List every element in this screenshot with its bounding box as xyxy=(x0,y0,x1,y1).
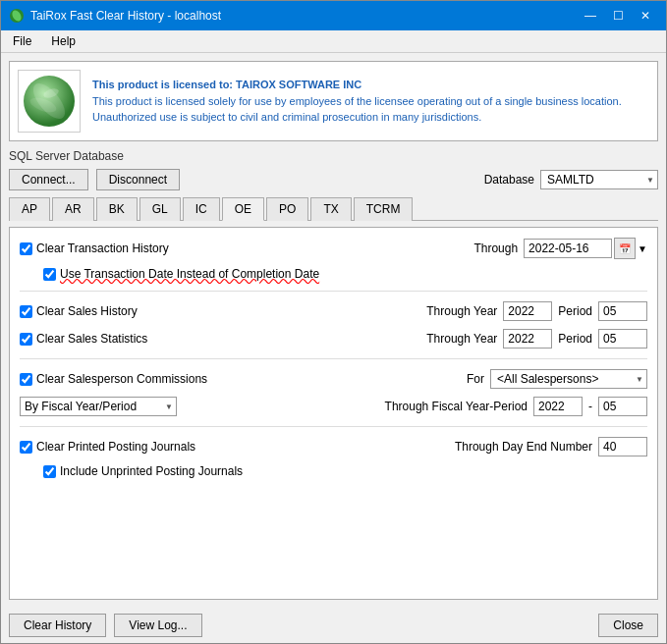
app-icon xyxy=(9,8,25,24)
sales-history-year-group: Through Year Period xyxy=(426,301,647,321)
license-line2: This product is licensed solely for use … xyxy=(92,93,649,126)
sales-stats-year-input[interactable] xyxy=(503,329,552,349)
separator-2 xyxy=(20,358,647,359)
transaction-date-input[interactable] xyxy=(524,239,612,258)
through-label: Through xyxy=(473,242,518,255)
clear-sales-history-row: Clear Sales History Through Year Period xyxy=(20,301,647,321)
title-bar-controls: — ☐ ✕ xyxy=(578,6,658,26)
content-area: This product is licensed to: TAIROX SOFT… xyxy=(1,53,666,608)
include-unprinted-label: Include Unprinted Posting Journals xyxy=(60,464,243,478)
menu-help[interactable]: Help xyxy=(43,32,83,50)
fiscal-period-input[interactable] xyxy=(598,397,647,416)
date-input-wrapper: 📅 ▼ xyxy=(524,238,647,259)
fiscal-year-input[interactable] xyxy=(533,397,583,416)
fiscal-through-group: Through Fiscal Year-Period - xyxy=(385,397,647,416)
clear-commissions-checkbox[interactable] xyxy=(20,373,32,386)
tab-oe[interactable]: OE xyxy=(222,197,264,221)
tab-gl[interactable]: GL xyxy=(139,197,181,221)
database-select-wrapper: SAMLTD xyxy=(540,170,658,189)
clear-history-button[interactable]: Clear History xyxy=(9,614,106,637)
sales-history-period-input[interactable] xyxy=(598,301,647,321)
through-day-end-label: Through Day End Number xyxy=(455,440,592,454)
cal-dropdown-arrow[interactable]: ▼ xyxy=(638,243,647,254)
tabs-row: AP AR BK GL IC OE PO TX TCRM xyxy=(9,196,658,221)
close-button[interactable]: Close xyxy=(598,614,658,637)
sales-period-label: Period xyxy=(558,304,592,318)
clear-sales-statistics-checkbox[interactable] xyxy=(20,333,32,346)
minimize-button[interactable]: — xyxy=(578,6,603,26)
tab-ap[interactable]: AP xyxy=(9,197,50,221)
clear-transaction-history-checkbox-label[interactable]: Clear Transaction History xyxy=(20,242,169,255)
clear-transaction-history-row: Clear Transaction History Through 📅 ▼ xyxy=(20,238,647,259)
connect-button[interactable]: Connect... xyxy=(9,169,88,190)
include-unprinted-checkbox[interactable] xyxy=(43,465,56,478)
title-bar: TaiRox Fast Clear History - localhost — … xyxy=(1,1,666,30)
salesperson-select[interactable]: <All Salespersons> xyxy=(490,369,647,389)
db-row: Connect... Disconnect Database SAMLTD xyxy=(9,169,658,190)
clear-printed-journals-checkbox-label[interactable]: Clear Printed Posting Journals xyxy=(20,440,195,454)
clear-commissions-checkbox-label[interactable]: Clear Salesperson Commissions xyxy=(20,372,207,386)
sql-section-label: SQL Server Database xyxy=(9,149,658,163)
view-log-button[interactable]: View Log... xyxy=(114,614,201,637)
commissions-for-label: For xyxy=(467,372,484,386)
clear-sales-statistics-row: Clear Sales Statistics Through Year Peri… xyxy=(20,329,647,349)
clear-printed-journals-label: Clear Printed Posting Journals xyxy=(36,440,195,454)
day-end-group: Through Day End Number xyxy=(455,437,647,456)
tab-bk[interactable]: BK xyxy=(96,197,138,221)
use-transaction-date-label[interactable]: Use Transaction Date Instead of Completi… xyxy=(43,267,319,281)
db-label-group: Database SAMLTD xyxy=(484,170,658,189)
tab-ar[interactable]: AR xyxy=(52,197,94,221)
maximize-button[interactable]: ☐ xyxy=(605,6,631,26)
clear-commissions-label: Clear Salesperson Commissions xyxy=(36,372,207,386)
clear-sales-history-checkbox-label[interactable]: Clear Sales History xyxy=(20,304,138,318)
fiscal-year-period-row: By Fiscal Year/Period Through Fiscal Yea… xyxy=(20,397,647,416)
use-transaction-date-text: Use Transaction Date Instead of Completi… xyxy=(60,267,319,281)
disconnect-button[interactable]: Disconnect xyxy=(96,169,180,190)
clear-sales-history-label: Clear Sales History xyxy=(36,304,138,318)
sales-history-year-input[interactable] xyxy=(503,301,552,321)
salesperson-select-wrapper: <All Salespersons> xyxy=(490,369,647,389)
fiscal-separator: - xyxy=(588,400,592,413)
tab-tx[interactable]: TX xyxy=(310,197,351,221)
menu-file[interactable]: File xyxy=(5,32,39,50)
tab-ic[interactable]: IC xyxy=(183,197,220,221)
clear-transaction-history-label: Clear Transaction History xyxy=(36,242,169,255)
logo-container xyxy=(18,70,81,133)
tairox-logo xyxy=(22,74,77,129)
clear-printed-journals-checkbox[interactable] xyxy=(20,441,32,454)
clear-sales-history-checkbox[interactable] xyxy=(20,305,32,318)
calendar-button[interactable]: 📅 xyxy=(614,238,636,259)
tab-po[interactable]: PO xyxy=(266,197,308,221)
database-select[interactable]: SAMLTD xyxy=(540,170,658,189)
fiscal-period-select[interactable]: By Fiscal Year/Period xyxy=(20,397,177,416)
use-transaction-date-checkbox[interactable] xyxy=(43,268,56,281)
include-unprinted-checkbox-label[interactable]: Include Unprinted Posting Journals xyxy=(43,464,243,478)
clear-salesperson-commissions-row: Clear Salesperson Commissions For <All S… xyxy=(20,369,647,389)
separator-1 xyxy=(20,291,647,292)
tab-tcrm[interactable]: TCRM xyxy=(354,197,414,221)
oe-panel: Clear Transaction History Through 📅 ▼ Us… xyxy=(9,227,658,600)
through-date-group: Through 📅 ▼ xyxy=(473,238,647,259)
stats-through-year-label: Through Year xyxy=(426,332,497,346)
clear-sales-statistics-checkbox-label[interactable]: Clear Sales Statistics xyxy=(20,332,147,346)
window-close-button[interactable]: ✕ xyxy=(633,6,658,26)
window-title: TaiRox Fast Clear History - localhost xyxy=(30,9,221,23)
use-transaction-date-row: Use Transaction Date Instead of Completi… xyxy=(20,267,647,281)
sales-stats-period-input[interactable] xyxy=(598,329,647,349)
sales-stats-year-group: Through Year Period xyxy=(426,329,647,349)
sales-through-year-label: Through Year xyxy=(426,304,497,318)
title-bar-left: TaiRox Fast Clear History - localhost xyxy=(9,8,221,24)
stats-period-label: Period xyxy=(558,332,592,346)
license-line1: This product is licensed to: TAIROX SOFT… xyxy=(92,77,649,93)
database-label: Database xyxy=(484,173,534,187)
day-end-number-input[interactable] xyxy=(598,437,647,456)
license-text: This product is licensed to: TAIROX SOFT… xyxy=(92,77,649,126)
clear-transaction-history-checkbox[interactable] xyxy=(20,242,32,255)
license-box: This product is licensed to: TAIROX SOFT… xyxy=(9,61,658,141)
fiscal-through-label: Through Fiscal Year-Period xyxy=(385,400,528,413)
clear-sales-statistics-label: Clear Sales Statistics xyxy=(36,332,147,346)
main-window: TaiRox Fast Clear History - localhost — … xyxy=(0,0,667,644)
clear-printed-journals-row: Clear Printed Posting Journals Through D… xyxy=(20,437,647,456)
fiscal-dropdown-wrapper: By Fiscal Year/Period xyxy=(20,397,177,416)
separator-3 xyxy=(20,426,647,427)
